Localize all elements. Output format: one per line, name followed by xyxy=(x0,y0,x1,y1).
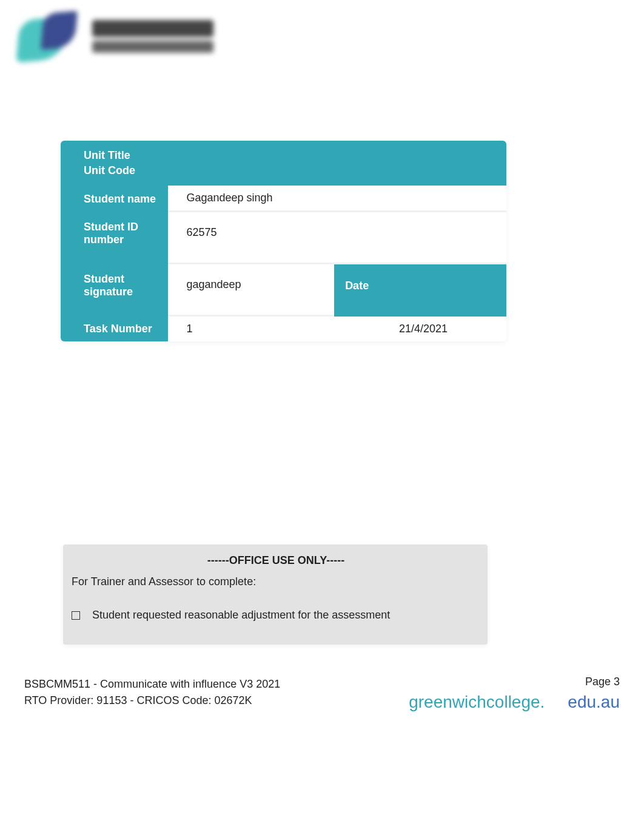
reasonable-adjustment-text: Student requested reasonable adjustment … xyxy=(92,609,390,622)
label-date: Date xyxy=(334,264,506,317)
checkbox-icon[interactable] xyxy=(72,611,80,620)
footer-domain: greenwichcollege.edu.au xyxy=(409,692,620,712)
label-unit-title: Unit Title xyxy=(61,141,168,163)
row-unit-title: Unit Title xyxy=(61,141,506,163)
footer-domain-right: edu.au xyxy=(568,692,620,711)
office-use-box: ------OFFICE USE ONLY----- For Trainer a… xyxy=(63,545,488,645)
row-student-id: Student ID number 62575 xyxy=(61,212,506,264)
row-student-signature: Student signature gagandeep Date xyxy=(61,264,506,317)
value-student-name: Gagandeep singh xyxy=(168,186,506,212)
office-use-title: ------OFFICE USE ONLY----- xyxy=(72,554,480,567)
label-task-number: Task Number xyxy=(61,317,168,341)
footer-domain-left: greenwichcollege. xyxy=(409,692,545,711)
assessment-info-table: Unit Title Unit Code Student name Gagand… xyxy=(61,141,506,341)
row-student-name: Student name Gagandeep singh xyxy=(61,186,506,212)
logo-wordmark xyxy=(92,20,213,53)
value-date: 21/4/2021 xyxy=(334,317,506,341)
footer-unit-info: BSBCMM511 - Communicate with influence V… xyxy=(24,678,620,691)
label-unit-code: Unit Code xyxy=(61,163,168,186)
label-student-id: Student ID number xyxy=(61,212,168,264)
value-student-signature: gagandeep xyxy=(168,264,334,317)
row-unit-code: Unit Code xyxy=(61,163,506,186)
logo-mark-icon xyxy=(18,12,85,61)
label-student-signature: Student signature xyxy=(61,264,168,317)
value-task-number: 1 xyxy=(168,317,334,341)
page-footer: BSBCMM511 - Communicate with influence V… xyxy=(24,678,620,707)
college-logo xyxy=(18,6,236,67)
row-task-number: Task Number 1 21/4/2021 xyxy=(61,317,506,341)
value-student-id: 62575 xyxy=(168,212,506,264)
value-unit-code xyxy=(168,163,506,186)
office-for-trainer-line: For Trainer and Assessor to complete: xyxy=(72,575,480,588)
value-unit-title xyxy=(168,141,506,163)
footer-page-number: Page 3 xyxy=(585,676,620,688)
reasonable-adjustment-row: Student requested reasonable adjustment … xyxy=(72,609,480,622)
label-student-name: Student name xyxy=(61,186,168,212)
